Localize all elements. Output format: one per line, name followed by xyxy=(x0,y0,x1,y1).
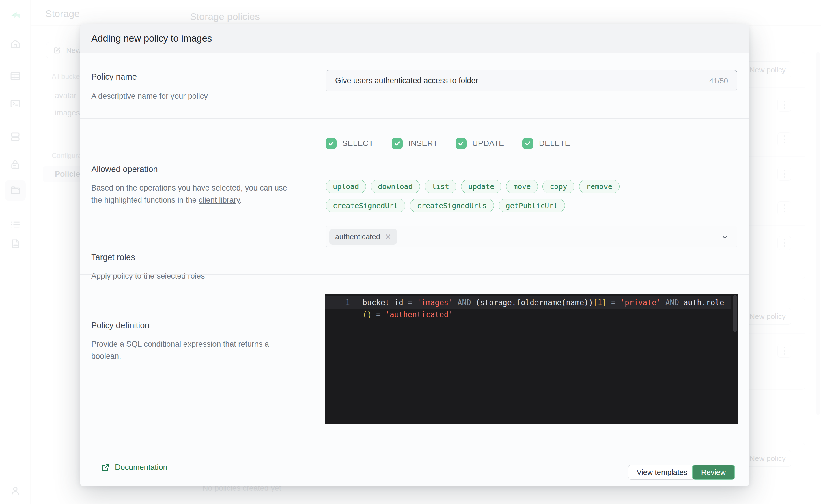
review-button[interactable]: Review xyxy=(692,465,735,480)
function-pill-update: update xyxy=(461,180,501,193)
function-pill-createSignedUrls: createSignedUrls xyxy=(410,199,494,212)
role-tag-authenticated: authenticated ✕ xyxy=(329,229,397,245)
description-text: Based on the operations you have selecte… xyxy=(91,184,287,204)
function-pill-upload: upload xyxy=(326,180,366,193)
documentation-label: Documentation xyxy=(115,463,167,472)
sql-code-editor[interactable]: 1 bucket_id = 'images' AND (storage.fold… xyxy=(325,294,738,424)
modal-header: Adding new policy to images xyxy=(80,24,749,53)
modal-title: Adding new policy to images xyxy=(91,33,212,44)
policy-name-label: Policy name xyxy=(91,72,137,82)
policy-definition-label: Policy definition xyxy=(91,321,150,330)
code-line: bucket_id = 'images' AND (storage.folder… xyxy=(363,296,724,309)
remove-role-icon[interactable]: ✕ xyxy=(385,232,391,241)
char-counter: 41/50 xyxy=(709,76,728,85)
target-roles-description: Apply policy to the selected roles xyxy=(91,270,205,282)
editor-line-number: 1 xyxy=(325,296,350,309)
editor-scrollbar-thumb[interactable] xyxy=(733,295,737,332)
checkbox-checked-icon xyxy=(392,138,403,149)
modal-footer: Documentation View templates Review xyxy=(80,452,749,486)
view-templates-button[interactable]: View templates xyxy=(628,465,696,480)
operation-checkbox-delete[interactable]: DELETE xyxy=(522,138,570,149)
checkbox-checked-icon xyxy=(456,138,467,149)
policy-name-input[interactable] xyxy=(326,70,737,91)
checkbox-checked-icon xyxy=(326,138,337,149)
allowed-operation-label: Allowed operation xyxy=(91,165,158,174)
operation-label: INSERT xyxy=(408,139,438,148)
section-divider xyxy=(80,118,749,119)
operation-checkbox-select[interactable]: SELECT xyxy=(326,138,374,149)
code-line: () = 'authenticated' xyxy=(363,309,724,321)
chevron-down-icon xyxy=(721,233,729,242)
allowed-operation-description: Based on the operations you have selecte… xyxy=(91,182,293,206)
description-text: . xyxy=(240,196,242,204)
section-divider xyxy=(80,274,749,275)
operation-label: SELECT xyxy=(342,139,374,148)
add-policy-modal: Adding new policy to images Policy name … xyxy=(80,24,749,486)
operation-checkbox-update[interactable]: UPDATE xyxy=(456,138,504,149)
editor-code: bucket_id = 'images' AND (storage.folder… xyxy=(363,296,724,321)
editor-scrollbar[interactable] xyxy=(732,294,738,424)
functions-pills-row-1: uploaddownloadlistupdatemovecopyremove xyxy=(326,180,620,193)
section-divider xyxy=(80,209,749,209)
policy-name-field-wrap: 41/50 xyxy=(326,70,737,91)
function-pill-download: download xyxy=(371,180,420,193)
operation-label: DELETE xyxy=(539,139,570,148)
role-tag-label: authenticated xyxy=(335,232,380,241)
function-pill-remove: remove xyxy=(579,180,620,193)
function-pill-copy: copy xyxy=(542,180,574,193)
policy-name-description: A descriptive name for your policy xyxy=(91,90,208,102)
policy-definition-description: Provide a SQL conditional expression tha… xyxy=(91,338,282,362)
client-library-link[interactable]: client library xyxy=(199,196,240,204)
documentation-link[interactable]: Documentation xyxy=(101,463,167,472)
functions-pills-row-2: createSignedUrlcreateSignedUrlsgetPublic… xyxy=(326,199,565,212)
function-pill-getPublicUrl: getPublicUrl xyxy=(499,199,565,212)
external-link-icon xyxy=(101,463,110,472)
checkbox-checked-icon xyxy=(522,138,533,149)
operation-label: UPDATE xyxy=(472,139,504,148)
target-roles-label: Target roles xyxy=(91,253,135,262)
target-roles-select[interactable]: authenticated ✕ xyxy=(326,226,737,247)
screen: Storage New bucket All buckets avatar im… xyxy=(0,0,821,504)
operation-checkbox-insert[interactable]: INSERT xyxy=(392,138,438,149)
function-pill-move: move xyxy=(506,180,538,193)
function-pill-createSignedUrl: createSignedUrl xyxy=(326,199,405,212)
function-pill-list: list xyxy=(425,180,456,193)
